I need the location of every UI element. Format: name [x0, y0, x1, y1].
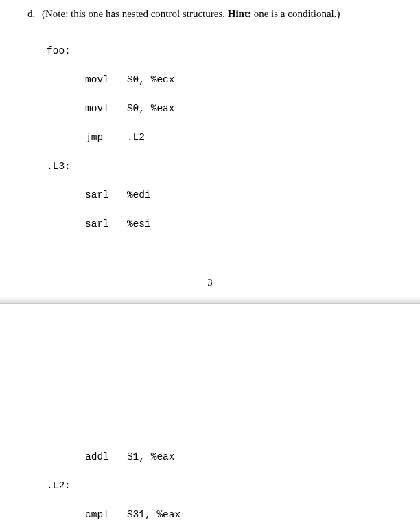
- label-l3: .L3:: [47, 159, 393, 174]
- label-l2: .L2:: [47, 479, 393, 493]
- page-divider: [0, 297, 420, 311]
- hint-label: Hint:: [228, 8, 251, 19]
- page-number: 3: [0, 277, 420, 289]
- code-listing-top: foo: movl $0, %ecx movl $0, %eax jmp .L2…: [47, 30, 393, 260]
- instr-cmpl: cmpl $31, %eax: [47, 508, 393, 522]
- instr-jmp-l2: jmp .L2: [47, 131, 393, 145]
- note-text: (Note: this one has nested control struc…: [42, 8, 228, 19]
- hint-text: one is a conditional.): [251, 8, 340, 19]
- question-prompt: d. (Note: this one has nested control st…: [27, 8, 393, 20]
- page-content: d. (Note: this one has nested control st…: [0, 0, 420, 260]
- instr-movl-eax: movl $0, %eax: [47, 102, 393, 116]
- label-foo: foo:: [47, 44, 393, 58]
- page-content-bottom: addl $1, %eax .L2: cmpl $31, %eax jg .L5…: [0, 427, 420, 529]
- instr-addl-eax: addl $1, %eax: [47, 450, 393, 464]
- instr-sarl-edi: sarl %edi: [47, 188, 393, 203]
- instr-sarl-esi: sarl %esi: [47, 217, 393, 232]
- instr-movl-ecx: movl $0, %ecx: [47, 73, 393, 87]
- list-letter: d.: [27, 8, 35, 19]
- code-listing-bottom: addl $1, %eax .L2: cmpl $31, %eax jg .L5…: [47, 436, 393, 529]
